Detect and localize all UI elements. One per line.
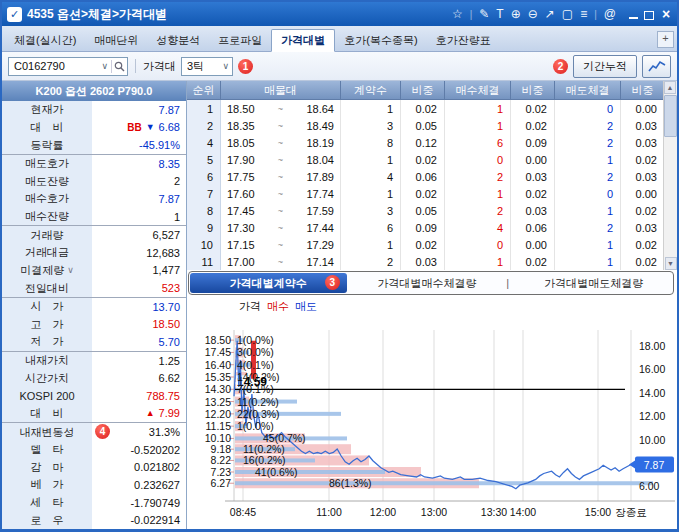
pin-icon[interactable]: ↗ <box>545 7 555 21</box>
tab-2[interactable]: 성향분석 <box>147 30 209 51</box>
svg-text:08:45: 08:45 <box>230 506 256 518</box>
quote-row: 매도잔량2 <box>2 173 186 191</box>
quote-value: 5.70 <box>92 333 186 351</box>
zoom-in-icon[interactable]: ⊕ <box>511 7 521 21</box>
annotation-badge-1: 1 <box>238 59 253 74</box>
expand-chevron-icon[interactable]: ∨ <box>67 265 74 275</box>
svg-text:1(0.0%): 1(0.0%) <box>237 420 274 432</box>
quote-row: 현재가7.87 <box>2 101 186 119</box>
quote-row: 거래대금12,683 <box>2 244 186 262</box>
toolbar: C0162790 ∨ 가격대 3틱 ∨ 1 2 기간누적 <box>2 52 677 81</box>
quote-row: 내재가치1.25 <box>2 351 186 370</box>
quote-row: 로 우-0.022914 <box>2 511 186 529</box>
scroll-up-icon[interactable]: ▲ <box>664 81 676 94</box>
quote-value: 1.25 <box>92 352 186 370</box>
table-row[interactable]: 917.30~17.4460.0940.0620.03 <box>187 219 665 236</box>
close-button[interactable]: × <box>660 6 672 22</box>
quote-value: 7.87 <box>92 101 186 119</box>
tab-6[interactable]: 호가잔량표 <box>427 30 500 51</box>
quote-label: 시간가치 <box>2 369 92 387</box>
tab-4[interactable]: 가격대별 <box>271 29 335 52</box>
tab-1[interactable]: 매매단위 <box>85 30 147 51</box>
svg-text:11.15: 11.15 <box>206 420 232 432</box>
chevron-down-icon[interactable]: ∨ <box>98 61 111 71</box>
quote-row: 전일대비523 <box>2 279 186 297</box>
table-row[interactable]: 418.05~18.1980.1260.0920.03 <box>187 134 665 151</box>
quote-row: 시 가13.70 <box>2 297 186 316</box>
quote-row: 베 가0.232627 <box>2 476 186 494</box>
table-row[interactable]: 1117.00~17.1420.0310.0210.02 <box>187 253 665 270</box>
tab-3[interactable]: 프로파일 <box>209 30 271 51</box>
vertical-scrollbar[interactable]: ▲ ▼ <box>663 81 677 270</box>
subtab-sell-volume[interactable]: 가격대별매도체결량 <box>514 272 673 294</box>
quote-label: 전일대비 <box>2 279 92 297</box>
tab-5[interactable]: 호가(복수종목) <box>335 30 426 51</box>
table-row[interactable]: 218.35~18.4930.0510.0220.03 <box>187 117 665 134</box>
search-icon[interactable] <box>112 61 127 72</box>
quote-label: 대 비 <box>2 119 92 137</box>
quote-value: -0.520202 <box>92 441 186 459</box>
subtab-separator: | <box>506 277 514 289</box>
quote-label: 저 가 <box>2 333 92 351</box>
quote-row: 내재변동성31.3%4 <box>2 422 186 441</box>
favorite-star-icon[interactable]: ☆ <box>452 7 463 21</box>
quote-value: 6,527 <box>92 226 186 244</box>
divider: | <box>470 9 473 20</box>
table-row[interactable]: 717.60~17.7410.0210.0200.00 <box>187 185 665 202</box>
maximize-button[interactable] <box>644 11 654 20</box>
table-row[interactable]: 517.90~18.0410.0200.0010.02 <box>187 151 665 168</box>
table-row[interactable]: 1017.15~17.2910.0200.0010.02 <box>187 236 665 253</box>
column-header: 순위 <box>187 81 221 100</box>
chart-view-button[interactable] <box>642 55 671 78</box>
screen-link-icon[interactable]: ✎ <box>479 7 489 21</box>
quote-row: 고 가18.50 <box>2 316 186 334</box>
quote-label: KOSPI 200 <box>2 387 92 405</box>
fullscreen-icon[interactable]: ▢ <box>562 7 573 21</box>
quote-row: 델 타-0.520202 <box>2 441 186 459</box>
zoom-out-icon[interactable]: ⊖ <box>528 7 538 21</box>
quote-value: 1,477 <box>92 262 186 280</box>
quote-label: 매도호가 <box>2 155 92 173</box>
tab-0[interactable]: 체결(실시간) <box>5 30 85 51</box>
svg-text:86(1.3%): 86(1.3%) <box>329 477 372 489</box>
svg-text:13.25: 13.25 <box>205 396 231 408</box>
quote-value: 8.35 <box>92 155 186 173</box>
tick-size-value: 3틱 <box>187 59 219 74</box>
quote-label: 매수잔량 <box>2 208 92 226</box>
period-accumulate-button[interactable]: 기간누적 <box>573 55 637 78</box>
table-row[interactable]: 118.50~18.6410.0210.0200.00 <box>187 100 665 117</box>
scroll-thumb[interactable] <box>664 95 677 137</box>
chat-icon[interactable]: @ <box>604 7 616 21</box>
quote-value: 6.62 <box>92 369 186 387</box>
scroll-down-icon[interactable]: ▼ <box>665 257 677 270</box>
table-row[interactable]: 817.45~17.5930.0520.0310.02 <box>187 202 665 219</box>
table-body: 118.50~18.6410.0210.0200.00218.35~18.493… <box>187 100 677 270</box>
symbol-code-combobox[interactable]: C0162790 ∨ <box>8 57 128 76</box>
quote-row: 대 비BB▼6.68 <box>2 119 186 137</box>
subtab-contracts[interactable]: 가격대별계약수 3 <box>189 272 348 294</box>
tab-bar: 체결(실시간)매매단위성향분석프로파일가격대별호가(복수종목)호가잔량표 + <box>2 26 677 52</box>
quote-row: 대 비▲7.99 <box>2 405 186 423</box>
table-row[interactable]: 617.75~17.8940.0620.0320.03 <box>187 168 665 185</box>
line-chart-icon <box>648 60 666 73</box>
chevron-down-icon: ∨ <box>219 61 232 71</box>
svg-text:16.00: 16.00 <box>639 363 665 375</box>
svg-text:6.00: 6.00 <box>639 480 660 492</box>
quote-value: 0.232627 <box>92 476 186 494</box>
quote-value: ▲7.99 <box>92 405 186 423</box>
subtab-buy-volume[interactable]: 가격대별매수체결량 <box>348 272 507 294</box>
quote-label: 매도잔량 <box>2 173 92 191</box>
column-header: 비중 <box>621 81 665 100</box>
add-tab-button[interactable]: + <box>657 31 674 48</box>
svg-text:17.45: 17.45 <box>205 346 231 358</box>
font-size-icon[interactable]: T <box>496 7 503 21</box>
menu-icon[interactable]: ≡ <box>580 7 587 21</box>
tick-size-select[interactable]: 3틱 ∨ <box>181 57 233 76</box>
quote-value: -1.790749 <box>92 494 186 512</box>
quote-row: 감 마0.021802 <box>2 459 186 477</box>
column-header: 매수체결 <box>445 81 511 100</box>
svg-text:15:00: 15:00 <box>585 506 611 518</box>
minimize-button[interactable] <box>629 9 638 19</box>
annotation-badge-3: 3 <box>325 275 340 290</box>
quote-label: 감 마 <box>2 459 92 477</box>
